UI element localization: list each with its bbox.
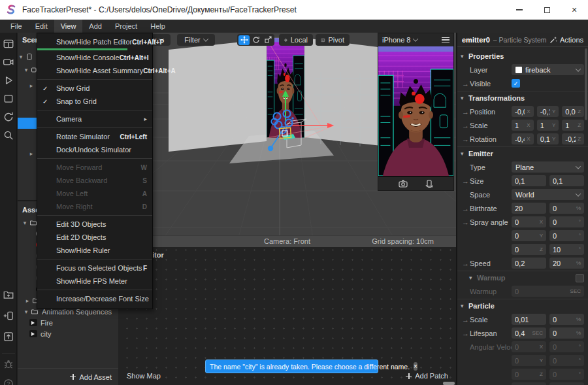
vertical-scrollbar[interactable]: [585, 48, 587, 120]
asset-sequence-city[interactable]: city: [18, 328, 118, 339]
asset-sequence-fire[interactable]: Fire: [18, 317, 118, 328]
patch-editor[interactable]: Patch Editor Show Map The name "city" is…: [118, 247, 456, 385]
horizontal-scrollbar[interactable]: [443, 382, 455, 385]
menu-item-increase-decrease-font-size[interactable]: Increase/Decrease Font Size: [37, 292, 152, 305]
menu-item-show-hide-console[interactable]: Show/Hide ConsoleCtrl+Alt+I: [37, 51, 152, 64]
menu-add[interactable]: Add: [82, 20, 108, 33]
value-field[interactable]: 0,131Y: [537, 133, 559, 144]
patch-connect-arrow-icon[interactable]: →: [462, 177, 470, 185]
menu-edit[interactable]: Edit: [29, 20, 54, 33]
value-field[interactable]: 0°: [549, 369, 584, 380]
section-collapse-icon[interactable]: ▾: [461, 150, 468, 157]
value-field[interactable]: 0Y: [512, 230, 546, 241]
value-field[interactable]: -0,00X: [512, 106, 534, 117]
patch-connect-arrow-icon[interactable]: →: [462, 329, 470, 337]
add-folder-icon[interactable]: [3, 289, 14, 301]
section-collapse-icon[interactable]: ▾: [469, 275, 477, 281]
patch-connect-arrow-icon[interactable]: →: [462, 316, 470, 324]
section-collapse-icon[interactable]: ▾: [461, 95, 468, 101]
value-field[interactable]: -0,42X: [512, 133, 534, 144]
value-field[interactable]: 0Z: [512, 244, 546, 255]
minimize-button[interactable]: [506, 0, 533, 20]
caret-down-icon[interactable]: ▾: [22, 220, 28, 226]
value-field[interactable]: 0Y: [512, 355, 546, 366]
section-collapse-icon[interactable]: ▾: [461, 53, 468, 59]
stop-frame-icon[interactable]: [3, 93, 14, 105]
value-field[interactable]: 0,01: [512, 314, 546, 325]
value-field[interactable]: 0%: [549, 327, 584, 339]
value-field[interactable]: 0,001Z: [562, 106, 584, 117]
help-icon[interactable]: ?: [3, 378, 14, 385]
layout-panels-icon[interactable]: [3, 38, 14, 50]
caret-right-icon[interactable]: ▸: [28, 82, 35, 89]
value-field[interactable]: 0SEC: [512, 286, 584, 297]
value-field[interactable]: 0%: [549, 314, 584, 325]
value-field[interactable]: 0°: [549, 230, 584, 241]
caret-down-icon[interactable]: ▾: [18, 54, 24, 60]
refresh-icon[interactable]: [3, 111, 14, 123]
value-field[interactable]: 0°: [549, 355, 584, 366]
simulator-device-dropdown[interactable]: iPhone 8: [382, 36, 410, 44]
rotate-device-icon[interactable]: [425, 180, 433, 188]
patch-connect-arrow-icon[interactable]: →: [462, 80, 470, 88]
menu-item-show-hide-patch-editor[interactable]: Show/Hide Patch EditorCtrl+Alt+P: [37, 35, 152, 48]
show-map-button[interactable]: Show Map: [127, 372, 161, 380]
pivot-button[interactable]: Pivot: [316, 34, 350, 46]
dropdown-space[interactable]: World: [512, 189, 584, 200]
value-field[interactable]: 20: [512, 203, 546, 214]
simulator-menu-icon[interactable]: [442, 37, 449, 43]
menu-file[interactable]: File: [4, 20, 29, 33]
caret-down-icon[interactable]: ▾: [23, 67, 29, 73]
caret-right-icon[interactable]: ▸: [28, 150, 35, 157]
dropdown-layer[interactable]: fireback: [512, 64, 584, 75]
viewport-3d[interactable]: View Filter: [118, 33, 456, 247]
value-field[interactable]: 0%: [549, 203, 584, 214]
value-field[interactable]: 0X: [512, 341, 546, 352]
checkbox-visible[interactable]: ✓: [512, 79, 520, 88]
menu-item-rotate-simulator[interactable]: Rotate SimulatorCtrl+Left: [37, 130, 152, 143]
add-asset-button[interactable]: Add Asset: [18, 368, 118, 385]
play-icon[interactable]: [3, 75, 14, 86]
value-field[interactable]: 0,4SEC: [512, 327, 546, 339]
patch-connect-arrow-icon[interactable]: →: [462, 259, 470, 267]
actions-button[interactable]: Actions: [549, 36, 583, 44]
patch-connect-arrow-icon[interactable]: →: [462, 218, 470, 226]
value-field[interactable]: 0Z: [512, 369, 546, 380]
send-to-device-icon[interactable]: [3, 310, 14, 322]
value-field[interactable]: -0,24Z: [562, 133, 584, 144]
chevron-down-icon[interactable]: [413, 36, 418, 41]
menu-item-show-hide-ruler[interactable]: Show/Hide Ruler: [37, 244, 152, 257]
value-field[interactable]: 1X: [512, 120, 534, 131]
value-field[interactable]: 0X: [512, 382, 546, 385]
value-field[interactable]: 0°: [549, 216, 584, 227]
menu-item-camera[interactable]: Camera▸: [37, 112, 152, 126]
publish-icon[interactable]: [3, 331, 14, 343]
video-camera-icon[interactable]: [3, 56, 14, 68]
search-icon[interactable]: [3, 129, 14, 141]
menu-help[interactable]: Help: [144, 20, 172, 33]
section-collapse-icon[interactable]: ▾: [461, 303, 468, 309]
move-tool-button[interactable]: [238, 35, 250, 45]
value-field[interactable]: 0,2: [512, 258, 546, 269]
test-bug-icon[interactable]: [3, 358, 14, 370]
value-field[interactable]: 1Z: [562, 120, 584, 131]
value-field[interactable]: 0X: [512, 216, 546, 227]
patch-connect-arrow-icon[interactable]: →: [462, 135, 470, 143]
menu-view[interactable]: View: [54, 20, 83, 33]
scale-tool-button[interactable]: [262, 35, 273, 45]
value-field[interactable]: -0,16Y: [537, 106, 559, 117]
toast-close-button[interactable]: ×: [414, 362, 417, 371]
value-field[interactable]: 20%: [549, 258, 584, 269]
menu-item-dock-undock-simulator[interactable]: Dock/Undock Simulator: [37, 143, 152, 156]
menu-item-show-hide-asset-summary[interactable]: Show/Hide Asset SummaryCtrl+Alt+A: [37, 64, 152, 77]
caret-down-icon[interactable]: ▾: [23, 309, 29, 315]
close-button[interactable]: ×: [561, 0, 588, 20]
menu-item-focus-on-selected-objects[interactable]: Focus on Selected ObjectsF: [37, 261, 152, 275]
flip-camera-icon[interactable]: [399, 180, 408, 188]
patch-connect-arrow-icon[interactable]: →: [462, 205, 470, 212]
value-field[interactable]: 10°: [549, 244, 584, 255]
patch-connect-arrow-icon[interactable]: →: [462, 122, 470, 129]
section-checkbox[interactable]: [576, 274, 584, 282]
rotate-tool-button[interactable]: [250, 35, 261, 45]
add-patch-button[interactable]: Add Patch: [406, 372, 448, 380]
